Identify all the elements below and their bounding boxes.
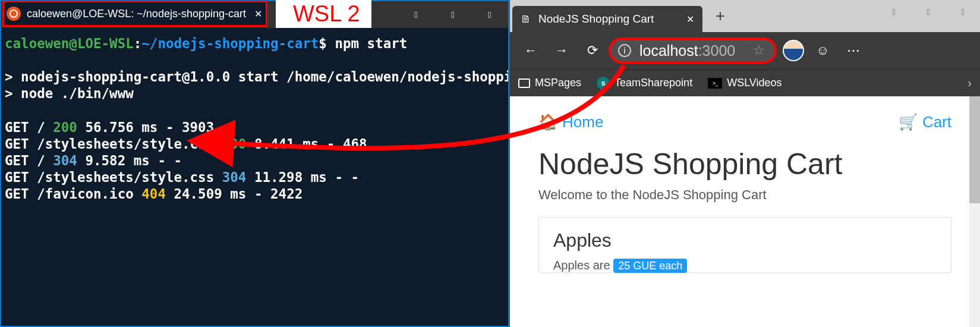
minimize-button[interactable]:  (877, 0, 911, 24)
npm-output-line: > node ./bin/www (5, 86, 134, 101)
nav-cart-link[interactable]: 🛒 Cart (899, 113, 951, 131)
terminal-window-controls:    (398, 1, 508, 28)
bookmarks-overflow-icon[interactable]: › (968, 76, 972, 90)
maximize-button[interactable]:  (911, 0, 946, 24)
product-description: Apples are 25 GUE each (553, 259, 937, 272)
price-badge: 25 GUE each (613, 259, 687, 273)
terminal-command: npm start (335, 36, 407, 51)
scrollbar-thumb[interactable] (969, 96, 980, 203)
terminal-body[interactable]: caloewen@LOE-WSL:~/nodejs-shopping-cart$… (1, 28, 508, 326)
prompt-user: caloewen@LOE-WSL (5, 36, 134, 51)
page-title: NodeJS Shopping Cart (538, 147, 951, 181)
close-button[interactable]:  (946, 0, 980, 24)
minimize-button[interactable]:  (398, 1, 434, 28)
terminal-tab-title: caloewen@LOE-WSL: ~/nodejs-shopping-cart (27, 8, 246, 20)
reading-list-icon (518, 78, 530, 88)
page-subtitle: Welcome to the NodeJS Shopping Cart (538, 187, 951, 203)
sharepoint-icon: s (597, 77, 610, 90)
refresh-button[interactable]: ⟳ (580, 38, 605, 63)
address-port: :3000 (698, 42, 736, 59)
nav-home-link[interactable]: 🏠 Home (538, 113, 603, 131)
bookmark-label: MSPages (535, 77, 581, 89)
forward-button[interactable]: → (549, 38, 574, 63)
browser-window-controls:    (877, 0, 980, 24)
terminal-titlebar: caloewen@LOE-WSL: ~/nodejs-shopping-cart… (1, 1, 508, 28)
address-bar[interactable]: i localhost:3000 ☆ (609, 37, 777, 64)
prompt-end: $ (319, 36, 327, 51)
favorite-star-icon[interactable]: ☆ (753, 43, 765, 58)
product-card: Apples Apples are 25 GUE each (538, 217, 951, 273)
address-host: localhost (639, 42, 698, 59)
page-icon: 🗎 (521, 13, 531, 26)
nav-cart-label: Cart (922, 113, 951, 131)
product-title: Apples (553, 229, 937, 251)
prompt-path: ~/nodejs-shopping-cart (141, 36, 319, 51)
terminal-tab-close-icon[interactable]: ✕ (254, 8, 262, 20)
browser-tab[interactable]: 🗎 NodeJS Shopping Cart ✕ (512, 6, 702, 32)
vertical-scrollbar[interactable] (969, 96, 980, 327)
maximize-button[interactable]:  (434, 1, 471, 28)
annotation-wsl-label: WSL 2 (276, 0, 371, 28)
nav-home-label: Home (562, 113, 603, 131)
bookmarks-bar: MSPages s TeamSharepoint >_ WSLVideos › (510, 69, 980, 96)
browser-window: 🗎 NodeJS Shopping Cart ✕ +    ← → ⟳ i… (509, 0, 980, 327)
terminal-tab[interactable]: caloewen@LOE-WSL: ~/nodejs-shopping-cart… (2, 1, 267, 27)
browser-tab-close-icon[interactable]: ✕ (686, 14, 694, 25)
more-menu-icon[interactable]: ⋯ (841, 38, 866, 63)
new-tab-button[interactable]: + (707, 7, 733, 26)
cart-icon: 🛒 (899, 113, 918, 131)
browser-viewport: 🏠 Home 🛒 Cart NodeJS Shopping Cart Welco… (510, 96, 980, 327)
prompt-sep: : (134, 36, 142, 51)
back-button[interactable]: ← (518, 38, 543, 63)
ubuntu-icon (7, 7, 21, 21)
bookmark-label: WSLVideos (727, 77, 782, 89)
home-icon: 🏠 (538, 113, 557, 131)
bookmark-teamsharepoint[interactable]: s TeamSharepoint (597, 77, 692, 90)
close-button[interactable]:  (471, 1, 508, 28)
browser-tab-title: NodeJS Shopping Cart (538, 12, 686, 26)
browser-toolbar: ← → ⟳ i localhost:3000 ☆ ☺ ⋯ (510, 32, 980, 69)
terminal-window: caloewen@LOE-WSL: ~/nodejs-shopping-cart… (0, 0, 509, 327)
request-log: GET / 200 56.756 ms - 3903 GET /styleshe… (5, 120, 367, 202)
bookmark-label: TeamSharepoint (615, 77, 692, 89)
feedback-icon[interactable]: ☺ (810, 38, 835, 63)
site-info-icon[interactable]: i (618, 44, 631, 57)
product-text: Apples are (553, 259, 613, 272)
bookmark-mspages[interactable]: MSPages (518, 77, 581, 89)
npm-output-line: > nodejs-shopping-cart@1.0.0 start /home… (5, 69, 508, 84)
bookmark-wslvideos[interactable]: >_ WSLVideos (708, 77, 782, 89)
profile-avatar[interactable] (783, 40, 804, 61)
browser-titlebar: 🗎 NodeJS Shopping Cart ✕ +    (510, 0, 980, 32)
wsl-icon: >_ (708, 78, 722, 89)
site-nav: 🏠 Home 🛒 Cart (538, 113, 951, 131)
